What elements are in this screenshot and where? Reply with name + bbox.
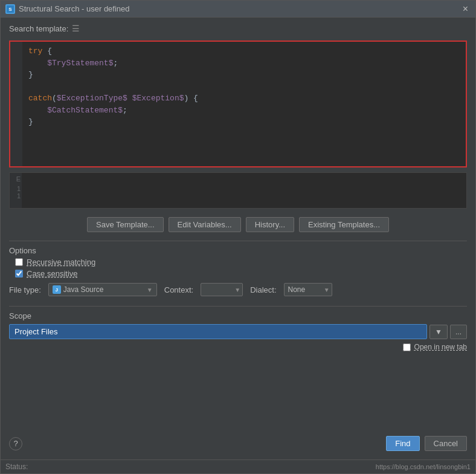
help-button[interactable]: ?: [9, 437, 22, 450]
edit-variables-button[interactable]: Edit Variables...: [169, 217, 241, 232]
template-icon: ☰: [72, 24, 80, 33]
extra-gutter: E 1 1: [10, 173, 22, 208]
context-select[interactable]: [201, 283, 243, 296]
save-template-button[interactable]: Save Template...: [87, 217, 164, 232]
status-bar: Status: https://blog.csdn.net/linsongbin…: [1, 459, 475, 473]
filetype-dropdown-wrap: J Java Source ▼: [48, 283, 157, 296]
find-button[interactable]: Find: [386, 436, 419, 451]
history-button[interactable]: History...: [246, 217, 294, 232]
dialect-dropdown-wrap: None ▼: [284, 283, 332, 296]
scope-row: Project Files ▼ ...: [9, 324, 467, 339]
code-editor[interactable]: try { $TryStatement$; } catch($Exception…: [9, 41, 467, 167]
scope-more-button[interactable]: ...: [450, 325, 467, 339]
open-new-tab-row: Open in new tab: [9, 343, 467, 351]
filetype-label: File type:: [9, 285, 41, 294]
scope-dropdown-button[interactable]: ▼: [429, 325, 448, 339]
title-bar-left: S Structural Search - user defined: [5, 4, 130, 14]
dialect-select[interactable]: None: [284, 283, 332, 296]
dialog-content: Search template: ☰ try { $TryStatement$;…: [1, 18, 475, 459]
status-label: Status:: [5, 463, 28, 471]
java-icon: J: [53, 285, 61, 294]
filetype-dropdown[interactable]: J Java Source ▼: [48, 283, 157, 296]
status-url: https://blog.csdn.net/linsongbin1: [376, 463, 471, 470]
dialog: S Structural Search - user defined × Sea…: [0, 0, 476, 474]
filetype-value: Java Source: [63, 285, 144, 294]
code-content: try { $TryStatement$; } catch($Exception…: [28, 45, 461, 128]
app-icon: S: [5, 4, 15, 14]
recursive-matching-checkbox[interactable]: [15, 258, 23, 266]
case-sensitive-row: Case sensitive: [15, 269, 467, 278]
code-line-6: $CatchStatement$;: [28, 105, 461, 117]
code-line-1: try {: [28, 45, 461, 57]
open-new-tab-label: Open in new tab: [414, 343, 467, 351]
code-line-2: $TryStatement$;: [28, 57, 461, 70]
scope-section: Scope Project Files ▼ ... Open in new ta…: [9, 306, 467, 351]
case-sensitive-checkbox[interactable]: [15, 270, 23, 278]
scope-select[interactable]: Project Files: [9, 324, 427, 339]
recursive-matching-row: Recursive matching: [15, 258, 467, 267]
search-template-label-row: Search template: ☰: [9, 24, 467, 33]
search-template-label: Search template:: [9, 24, 68, 33]
code-line-4: [28, 81, 461, 93]
toolbar-row: Save Template... Edit Variables... Histo…: [9, 217, 467, 232]
close-button[interactable]: ×: [460, 3, 471, 15]
code-gutter: [10, 42, 22, 166]
open-new-tab-checkbox[interactable]: [403, 343, 411, 351]
extra-editor-area[interactable]: E 1 1: [9, 172, 467, 209]
code-line-5: catch($ExceptionType$ $Exception$) {: [28, 93, 461, 105]
code-line-3: }: [28, 69, 461, 81]
filetype-arrow-icon: ▼: [147, 287, 153, 293]
options-section: Options Recursive matching Case sensitiv…: [9, 241, 467, 299]
dialect-label: Dialect:: [250, 285, 276, 294]
scope-label: Scope: [9, 311, 31, 320]
case-sensitive-label: Case sensitive: [27, 269, 78, 278]
bottom-actions: Find Cancel: [386, 436, 467, 451]
recursive-matching-label: Recursive matching: [27, 258, 95, 267]
dialog-title: Structural Search - user defined: [19, 4, 130, 13]
svg-text:S: S: [8, 7, 12, 12]
code-line-7: }: [28, 116, 461, 128]
cancel-button[interactable]: Cancel: [425, 436, 467, 451]
bottom-row: ? Find Cancel: [9, 431, 467, 453]
options-label: Options: [9, 246, 36, 255]
title-bar: S Structural Search - user defined ×: [1, 1, 475, 18]
context-label: Context:: [164, 285, 193, 294]
filetype-row: File type: J Java Source ▼ Context: ▼ Di…: [9, 283, 467, 296]
existing-templates-button[interactable]: Existing Templates...: [299, 217, 389, 232]
context-dropdown-wrap: ▼: [201, 283, 243, 296]
